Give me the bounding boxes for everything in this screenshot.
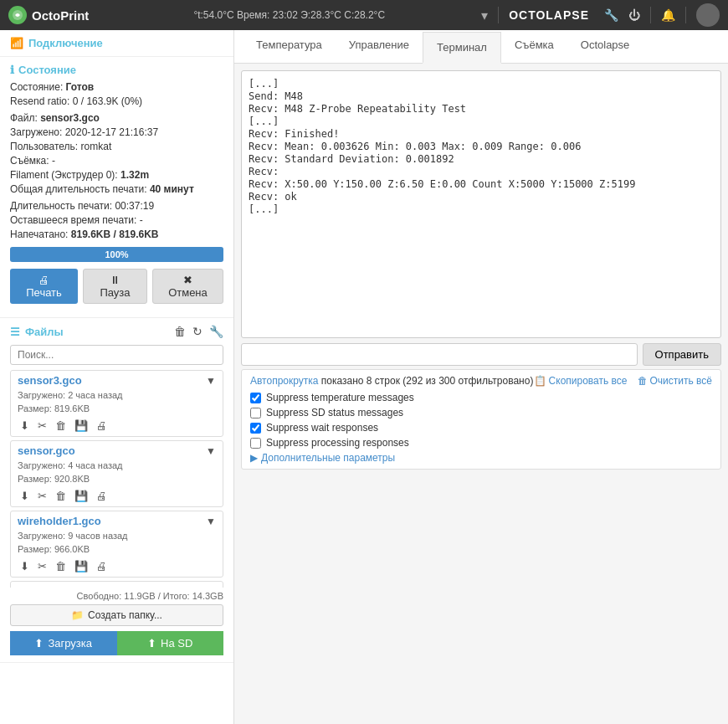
file-toggle[interactable]: ▼ bbox=[206, 586, 216, 588]
tab-temperature[interactable]: Температура bbox=[243, 30, 336, 64]
download-btn[interactable]: ⬇ bbox=[18, 489, 32, 503]
suppress-processing-checkbox[interactable] bbox=[250, 438, 261, 449]
tab-terminal[interactable]: Терминал bbox=[423, 32, 501, 64]
resend-value: 0 / 163.9K (0%) bbox=[73, 95, 142, 107]
pause-button[interactable]: ⏸ Пауза bbox=[83, 269, 147, 304]
user-value: romkat bbox=[81, 141, 112, 152]
avatar[interactable] bbox=[696, 3, 720, 27]
clear-all-link[interactable]: 🗑 Очистить всё bbox=[638, 375, 712, 387]
tab-bar: Температура Управление Терминал Съёмка O… bbox=[234, 30, 728, 64]
autoscroll-link[interactable]: Автопрокрутка bbox=[250, 375, 318, 387]
print-btn[interactable]: 🖨 bbox=[94, 418, 110, 433]
save-btn[interactable]: 💾 bbox=[72, 559, 90, 573]
suppress-wait-checkbox[interactable] bbox=[250, 423, 261, 434]
additional-params[interactable]: ▶ Дополнительные параметры bbox=[250, 452, 712, 464]
connection-title[interactable]: 📶 Подключение bbox=[10, 37, 223, 49]
terminal-line: Recv: bbox=[249, 166, 714, 177]
files-header: ☰ Файлы 🗑 ↻ 🔧 bbox=[10, 325, 223, 338]
state-row: Состояние: Готов bbox=[10, 81, 223, 93]
copy-icon: 📋 bbox=[534, 375, 546, 387]
cut-btn[interactable]: ✂ bbox=[35, 418, 49, 433]
brand[interactable]: OctoPrint bbox=[8, 6, 89, 24]
list-icon: ☰ bbox=[10, 326, 20, 338]
search-input[interactable] bbox=[10, 345, 223, 365]
file-actions: ⬇ ✂ 🗑 💾 🖨 bbox=[11, 417, 223, 436]
terminal-line: [...] bbox=[249, 116, 714, 127]
bell-icon[interactable]: 🔔 bbox=[661, 8, 675, 22]
file-size: Размер: 920.8KB bbox=[11, 474, 223, 487]
tab-octolapse[interactable]: Octolapse bbox=[567, 30, 643, 64]
file-toggle[interactable]: ▼ bbox=[206, 445, 216, 457]
terminal-panel: [...]Send: M48Recv: M48 Z-Probe Repeatab… bbox=[234, 64, 728, 724]
octolapse-label: OCTOLAPSE bbox=[509, 8, 589, 22]
progress-fill: 100% bbox=[10, 247, 223, 262]
copy-all-link[interactable]: 📋 Скопировать все bbox=[534, 375, 628, 387]
print-btn[interactable]: 🖨 bbox=[94, 489, 110, 503]
terminal-output[interactable]: [...]Send: M48Recv: M48 Z-Probe Repeatab… bbox=[241, 70, 721, 338]
checkbox-suppress-temp: Suppress temperature messages bbox=[250, 392, 712, 403]
suppress-sd-checkbox[interactable] bbox=[250, 408, 261, 418]
delete-btn[interactable]: 🗑 bbox=[53, 559, 69, 573]
terminal-controls: Автопрокрутка показано 8 строк (292 из 3… bbox=[241, 369, 721, 470]
file-size: Размер: 966.0KB bbox=[11, 544, 223, 557]
create-folder-button[interactable]: 📁 Создать папку... bbox=[10, 604, 223, 626]
file-item-header: sensor3.gco ▼ bbox=[11, 371, 223, 390]
files-section: ☰ Файлы 🗑 ↻ 🔧 sensor3.gco ▼ Загруже bbox=[0, 318, 233, 663]
checkbox-suppress-sd: Suppress SD status messages bbox=[250, 407, 712, 418]
tab-control[interactable]: Управление bbox=[336, 30, 423, 64]
save-btn[interactable]: 💾 bbox=[72, 489, 90, 503]
suppress-temp-checkbox[interactable] bbox=[250, 393, 261, 403]
file-name[interactable]: sensor3.gco bbox=[18, 374, 82, 387]
progress-bar: 100% bbox=[10, 247, 223, 262]
file-name[interactable]: wireholder.gco bbox=[18, 585, 95, 588]
file-value: sensor3.gco bbox=[40, 112, 100, 124]
print-btn[interactable]: 🖨 bbox=[94, 559, 110, 573]
info-icon: ℹ bbox=[10, 64, 14, 76]
wrench-icon[interactable]: 🔧 bbox=[604, 8, 618, 22]
cancel-button[interactable]: ✖ Отмена bbox=[152, 269, 223, 304]
file-name[interactable]: sensor.gco bbox=[18, 444, 75, 457]
file-toggle[interactable]: ▼ bbox=[206, 516, 216, 527]
delete-icon[interactable]: 🗑 bbox=[174, 325, 186, 338]
temp-info: °t:54.0°C Время: 23:02 Э:28.3°C С:28.2°C bbox=[104, 9, 474, 21]
sd-button[interactable]: ⬆ На SD bbox=[117, 631, 224, 655]
file-size: Размер: 819.6KB bbox=[11, 403, 223, 417]
power-icon[interactable]: ⏻ bbox=[628, 8, 640, 22]
print-button[interactable]: 🖨 Печать bbox=[10, 269, 78, 304]
file-toggle[interactable]: ▼ bbox=[206, 375, 216, 387]
terminal-line: Recv: M48 Z-Probe Repeatability Test bbox=[249, 103, 714, 115]
terminal-links: 📋 Скопировать все 🗑 Очистить всё bbox=[534, 375, 712, 387]
delete-btn[interactable]: 🗑 bbox=[53, 489, 69, 503]
snapshot-value: - bbox=[52, 155, 55, 167]
sd-icon: ⬆ bbox=[147, 637, 156, 650]
download-btn[interactable]: ⬇ bbox=[18, 559, 32, 573]
brand-name: OctoPrint bbox=[32, 8, 89, 23]
terminal-input-row: Отправить bbox=[241, 343, 721, 366]
send-button[interactable]: Отправить bbox=[643, 343, 721, 366]
status-title: ℹ Состояние bbox=[10, 64, 223, 76]
tab-timelapse[interactable]: Съёмка bbox=[501, 30, 567, 64]
suppress-wait-label: Suppress wait responses bbox=[266, 422, 378, 434]
settings-icon[interactable]: 🔧 bbox=[209, 325, 223, 338]
cut-btn[interactable]: ✂ bbox=[35, 559, 49, 573]
main-container: 📶 Подключение ℹ Состояние Состояние: Гот… bbox=[0, 30, 728, 724]
file-item-header: wireholder.gco ▼ bbox=[11, 582, 223, 588]
save-btn[interactable]: 💾 bbox=[72, 418, 90, 433]
upload-button[interactable]: ⬆ Загрузка bbox=[10, 631, 117, 655]
refresh-icon[interactable]: ↻ bbox=[192, 325, 203, 338]
cut-btn[interactable]: ✂ bbox=[35, 489, 49, 503]
download-btn[interactable]: ⬇ bbox=[18, 418, 32, 433]
navbar: OctoPrint °t:54.0°C Время: 23:02 Э:28.3°… bbox=[0, 0, 728, 30]
list-item: wireholder1.gco ▼ Загружено: 9 часов наз… bbox=[10, 511, 223, 578]
files-title[interactable]: ☰ Файлы bbox=[10, 326, 64, 338]
suppress-temp-label: Suppress temperature messages bbox=[266, 392, 414, 403]
delete-btn[interactable]: 🗑 bbox=[53, 418, 69, 433]
file-item-header: sensor.gco ▼ bbox=[11, 441, 223, 460]
terminal-input[interactable] bbox=[241, 343, 638, 366]
terminal-line: Recv: ok bbox=[249, 191, 714, 203]
snapshot-row: Съёмка: - bbox=[10, 155, 223, 167]
file-name[interactable]: wireholder1.gco bbox=[18, 515, 101, 527]
logo-icon bbox=[8, 6, 27, 24]
signal-icon: 📶 bbox=[10, 37, 23, 49]
suppress-processing-label: Suppress processing responses bbox=[266, 437, 409, 449]
